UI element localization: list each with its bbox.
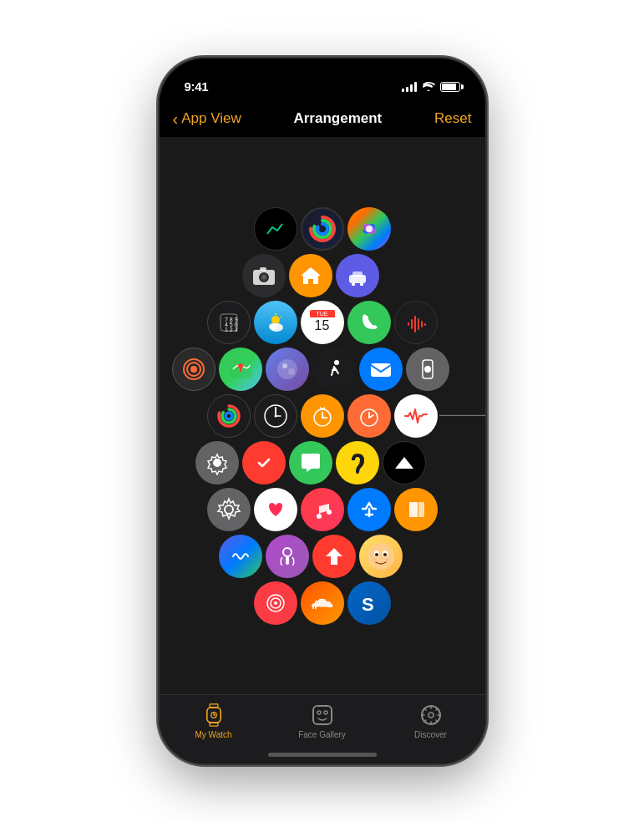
discover-icon [419,703,443,727]
app-row-4 [172,348,449,391]
svg-line-103 [424,720,426,722]
svg-point-93 [324,711,327,714]
face-gallery-icon [311,703,334,727]
books-app[interactable] [394,488,438,531]
timer-app[interactable] [301,394,344,438]
svg-point-95 [428,713,434,718]
svg-rect-17 [352,283,355,286]
svg-point-45 [424,366,431,373]
calendar-app[interactable]: TUE 15 [301,301,344,344]
activity-rings-app[interactable] [301,207,344,251]
app-row-3: 7 8 9 4 5 6 1 2 3 [207,301,438,344]
svg-point-40 [282,363,287,368]
health-app[interactable] [254,488,297,531]
app-row-9: S [254,581,391,625]
svg-point-77 [372,558,377,561]
music-app[interactable] [301,488,344,531]
app-grid: 7 8 9 4 5 6 1 2 3 [205,207,439,625]
svg-rect-30 [414,316,416,332]
svg-point-9 [366,226,373,232]
app-row-5: Touch and hold, then drag to move apps a… [207,394,438,438]
activity2-app[interactable] [207,394,251,438]
news-app[interactable] [312,535,356,578]
reminders-app[interactable] [242,441,286,485]
watch-settings-app[interactable] [406,348,449,391]
maps-app[interactable] [219,348,262,391]
svg-point-76 [383,553,387,556]
svg-line-102 [436,708,438,710]
camera-app[interactable] [242,254,286,297]
navigation-bar: ‹ App View Arrangement Reset [160,100,485,137]
hearing-app[interactable] [336,441,379,485]
app-row-8 [219,535,403,578]
tooltip: Touch and hold, then drag to move apps a… [439,389,485,441]
svg-rect-91 [313,706,332,724]
svg-rect-83 [315,603,317,609]
phone-app[interactable] [347,301,391,344]
svg-point-48 [226,413,232,419]
svg-point-75 [375,553,378,556]
tab-my-watch[interactable]: My Watch [180,703,247,739]
heart-rate-app[interactable] [394,394,438,438]
target-app[interactable] [172,348,216,391]
shazam-app[interactable]: S [347,581,391,625]
podcasts-app[interactable] [266,535,309,578]
svg-point-38 [238,363,243,368]
app-row-2 [242,254,379,297]
back-button[interactable]: ‹ App View [173,110,241,127]
svg-rect-33 [424,323,426,326]
crystal-ball-app[interactable] [266,348,309,391]
siri-app[interactable] [219,535,262,578]
mail-app[interactable] [359,348,403,391]
reset-button[interactable]: Reset [434,110,471,127]
radio-app[interactable] [254,581,297,625]
svg-text:1 2 3: 1 2 3 [225,327,238,332]
svg-marker-64 [395,457,413,469]
notch [260,58,385,84]
svg-rect-71 [286,556,289,565]
gear-app[interactable] [207,488,251,531]
status-time: 9:41 [185,79,209,94]
back-label: App View [181,110,241,127]
tab-bar: My Watch Face Gallery [160,694,485,764]
weather-app[interactable] [254,301,297,344]
settings-app[interactable] [195,441,239,485]
photos-app[interactable] [347,207,391,251]
svg-point-72 [368,543,394,570]
stopwatch-app[interactable] [347,394,391,438]
tv-app[interactable] [383,441,426,485]
fitness-app[interactable] [312,348,356,391]
svg-point-66 [317,514,322,519]
stocks-app[interactable] [254,207,297,251]
my-watch-icon [202,703,226,727]
sleep-app[interactable] [336,254,379,297]
my-watch-tab-label: My Watch [195,730,231,739]
messages-app[interactable] [289,441,332,485]
voice-memos-app[interactable] [394,301,438,344]
phone-frame: 9:41 ‹ [160,58,485,764]
svg-rect-43 [371,363,391,377]
tab-face-gallery[interactable]: Face Gallery [289,703,356,739]
discover-tab-label: Discover [414,730,447,739]
calculator-app[interactable]: 7 8 9 4 5 6 1 2 3 [207,301,251,344]
svg-rect-31 [418,318,419,330]
svg-point-13 [262,276,266,279]
memoji-app[interactable] [359,535,403,578]
svg-point-41 [288,368,295,375]
tab-discover[interactable]: Discover [398,703,464,739]
wifi-icon [422,80,435,94]
home-app[interactable] [289,254,332,297]
home-indicator [268,753,377,757]
face-gallery-tab-label: Face Gallery [298,730,346,739]
main-content: 7 8 9 4 5 6 1 2 3 [160,137,485,694]
svg-point-36 [190,366,197,373]
soundcloud-app[interactable] [301,581,344,625]
appstore-app[interactable] [347,488,391,531]
svg-point-63 [356,470,359,474]
clock-app[interactable] [254,394,297,438]
svg-rect-28 [408,322,409,326]
app-row-7 [207,488,438,531]
svg-point-2 [317,224,327,234]
signal-icon [402,82,417,92]
app-row-6 [195,441,426,485]
